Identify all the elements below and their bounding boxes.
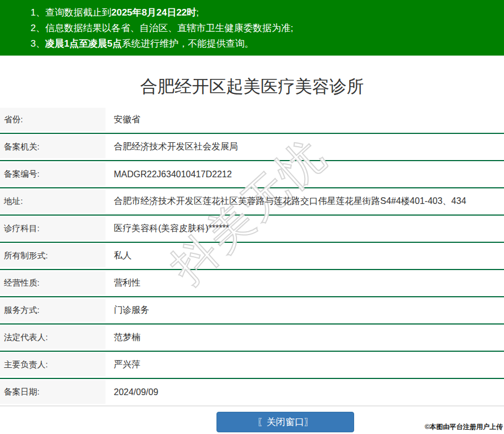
row-label-text: 所有制形式: xyxy=(4,251,48,261)
row-label-text: 省份: xyxy=(4,114,23,125)
table-row: 省份:安徽省 xyxy=(0,107,504,134)
row-value-text: 安徽省 xyxy=(114,114,140,126)
row-value-text: 合肥经济技术开发区社会发展局 xyxy=(114,141,238,153)
row-value-text: 范梦楠 xyxy=(114,332,140,343)
row-label: 地址: xyxy=(0,189,105,213)
notice-segment: 2025年8月24日22时 xyxy=(111,7,196,18)
table-row: 备案机关:合肥经济技术开发区社会发展局 xyxy=(0,134,504,161)
row-label-text: 主要负责人: xyxy=(4,360,48,370)
table-row: 地址:合肥市经济技术开发区莲花社区芙蓉路与莲花路交口伟星莲花星街路S4#4楼40… xyxy=(0,188,504,216)
notice-list: 1、查询数据截止到2025年8月24日22时;2、信息数据结果以各省、自治区、直… xyxy=(31,5,498,52)
row-value: 合肥市经济技术开发区莲花社区芙蓉路与莲花路交口伟星莲花星街路S4#4楼401-4… xyxy=(105,188,504,214)
page-title: 合肥经开区起美医疗美容诊所 xyxy=(0,77,504,97)
row-value: 门诊服务 xyxy=(105,297,504,323)
row-value: 私人 xyxy=(105,243,504,269)
row-label-text: 备案日期: xyxy=(4,387,39,397)
row-value-text: 门诊服务 xyxy=(114,305,149,316)
table-row: 所有制形式:私人 xyxy=(0,243,504,270)
row-value: MADGR22J634010417D2212 xyxy=(105,161,504,187)
row-label: 诊疗科目: xyxy=(0,217,105,240)
row-label: 经营性质: xyxy=(0,271,105,295)
row-value-text: 私人 xyxy=(114,250,132,262)
row-label-text: 备案机关: xyxy=(4,142,39,152)
row-value: 合肥经济技术开发区社会发展局 xyxy=(105,134,504,160)
table-row: 服务方式:门诊服务 xyxy=(0,297,504,325)
record-table: 省份:安徽省备案机关:合肥经济技术开发区社会发展局备案编号:MADGR22J63… xyxy=(0,107,504,406)
table-row: 备案日期:2024/09/09 xyxy=(0,379,504,406)
notice-item: 3、凌晨1点至凌晨5点系统进行维护，不能提供查询。 xyxy=(31,36,498,52)
row-value: 严兴萍 xyxy=(105,352,504,378)
table-row: 诊疗科目:医疗美容科(美容皮肤科)****** xyxy=(0,216,504,243)
row-label-text: 经营性质: xyxy=(4,278,39,288)
notice-segment: 3、 xyxy=(31,38,45,49)
close-window-button[interactable]: 〖关闭窗口〗 xyxy=(216,412,354,432)
row-value: 医疗美容科(美容皮肤科)****** xyxy=(105,216,504,242)
upload-copyright-note: ©本图由平台注册用户上传 xyxy=(425,422,503,432)
row-value: 2024/09/09 xyxy=(105,379,504,406)
row-value-text: 医疗美容科(美容皮肤科)****** xyxy=(114,223,229,235)
table-row: 主要负责人:严兴萍 xyxy=(0,352,504,379)
row-value: 安徽省 xyxy=(105,107,504,133)
row-value: 范梦楠 xyxy=(105,325,504,351)
row-label: 备案编号: xyxy=(0,162,105,186)
notice-bar: 1、查询数据截止到2025年8月24日22时;2、信息数据结果以各省、自治区、直… xyxy=(0,0,504,56)
notice-segment: 凌晨1点至凌晨5点 xyxy=(45,38,122,49)
row-label: 法定代表人: xyxy=(0,326,105,349)
row-value-text: 严兴萍 xyxy=(114,359,140,371)
row-label: 服务方式: xyxy=(0,298,105,322)
table-row: 法定代表人:范梦楠 xyxy=(0,325,504,352)
notice-segment: ; xyxy=(196,7,199,18)
row-value-text: 合肥市经济技术开发区莲花社区芙蓉路与莲花路交口伟星莲花星街路S4#4楼401-4… xyxy=(114,196,466,207)
notice-segment: 1、查询数据截止到 xyxy=(31,7,111,18)
row-label-text: 法定代表人: xyxy=(4,332,48,343)
row-value-text: 2024/09/09 xyxy=(114,387,158,397)
row-label: 备案日期: xyxy=(0,380,105,404)
notice-item: 2、信息数据结果以各省、自治区、直辖市卫生健康委数据为准; xyxy=(31,21,498,36)
row-label-text: 备案编号: xyxy=(4,169,39,179)
table-row: 备案编号:MADGR22J634010417D2212 xyxy=(0,161,504,188)
row-label-text: 服务方式: xyxy=(4,305,39,316)
row-label-text: 诊疗科目: xyxy=(4,223,39,234)
row-value: 营利性 xyxy=(105,270,504,296)
row-value-text: MADGR22J634010417D2212 xyxy=(114,169,232,179)
notice-item: 1、查询数据截止到2025年8月24日22时; xyxy=(31,5,498,21)
row-label: 主要负责人: xyxy=(0,353,105,376)
row-value-text: 营利性 xyxy=(114,277,140,289)
row-label: 所有制形式: xyxy=(0,244,105,267)
row-label: 省份: xyxy=(0,108,105,131)
row-label-text: 地址: xyxy=(4,196,23,207)
row-label: 备案机关: xyxy=(0,135,105,158)
notice-segment: 2、信息数据结果以各省、自治区、直辖市卫生健康委数据为准; xyxy=(31,23,293,33)
notice-segment: 系统进行维护，不能提供查询。 xyxy=(122,38,254,49)
table-row: 经营性质:营利性 xyxy=(0,270,504,297)
